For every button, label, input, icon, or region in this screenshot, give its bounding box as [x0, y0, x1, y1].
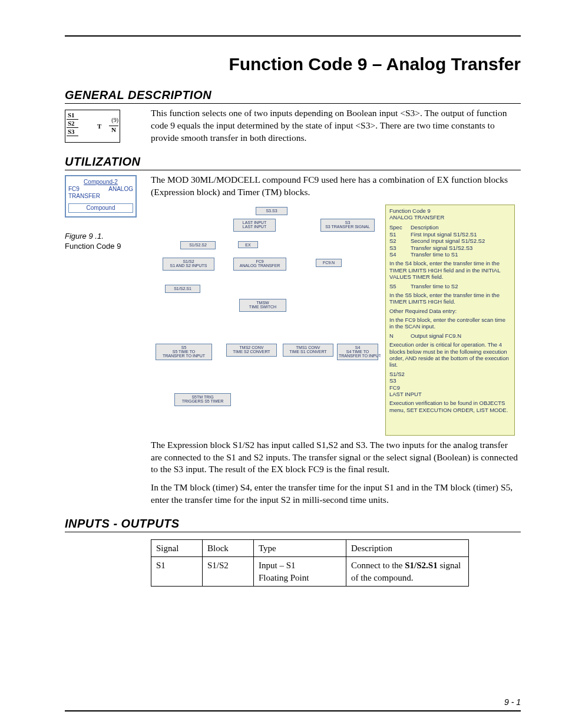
legend-other1: Other Required Data entry:	[389, 308, 511, 314]
th-type: Type	[254, 540, 346, 557]
ex-label-sm1: EX	[238, 241, 258, 248]
legend-s2-v: Second Input signal S1/S2.S2	[411, 238, 485, 244]
fc-block-graphic: S1 S2 S3 T (9) N	[65, 107, 141, 150]
section-general-heading: GENERAL DESCRIPTION	[65, 88, 521, 104]
legend-s5-k: S5	[389, 283, 406, 289]
legend-list-1: S3	[389, 377, 511, 384]
block-s3s3: S3.S3	[256, 207, 287, 215]
td-type: Input – S1 Floating Point	[254, 557, 346, 587]
legend-s4-k: S4	[389, 251, 406, 258]
page-number: 9 - 1	[504, 697, 521, 707]
bottom-rule	[65, 710, 521, 711]
legend-s4-note: In the S4 block, enter the transfer time…	[389, 260, 511, 280]
block-s5-time: S5 S5 TIME TO TRANSFER TO INPUT	[156, 344, 212, 360]
legend-list-3: LAST INPUT	[389, 391, 511, 397]
section-utilization-heading: UTILIZATION	[65, 155, 521, 170]
block-tmsw: TMSW TIME SWITCH	[239, 299, 286, 312]
legend-list-0: S1/S2	[389, 371, 511, 377]
util-analog: ANALOG	[108, 186, 133, 193]
th-block: Block	[203, 540, 254, 557]
legend-s5-v: Transfer time to S2	[411, 283, 458, 289]
figure-caption: Figure 9 .1.	[65, 232, 141, 241]
td-signal: S1	[151, 557, 203, 587]
fc-s3-label: S3	[67, 128, 78, 136]
after-diagram-p2: In the TM block (timer) S4, enter the tr…	[151, 482, 521, 506]
block-s5tm: S5TM TRIG TRIGGERS S5 TIMER	[174, 393, 231, 406]
legend-spec-v: Description	[411, 224, 439, 230]
table-header-row: Signal Block Type Description	[151, 540, 469, 557]
block-s4-time: S4 S4 TIME TO TRANSFER TO INPUT	[337, 344, 378, 360]
legend-s1-k: S1	[389, 231, 406, 238]
utilization-block-graphic: Compound-2 FC9 ANALOG TRANSFER Compound	[65, 175, 137, 218]
fc-nine-label: (9)	[111, 117, 118, 123]
legend-exec-note: Execution order is critical for operatio…	[389, 341, 511, 368]
block-fc9-analog: FC9 ANALOG TRANSFER	[233, 258, 286, 271]
legend-s3-v: Transfer signal S1/S2.S3	[411, 245, 472, 251]
top-rule	[65, 35, 521, 37]
legend-n-v: Output signal FC9.N	[411, 332, 461, 339]
legend-s2-k: S2	[389, 238, 406, 244]
legend-verif: Execution verification to be found in OB…	[389, 400, 511, 413]
block-tms1: TMS1 CONV TIME S1 CONVERT	[283, 344, 333, 357]
block-fc9n: FC9.N	[316, 259, 342, 267]
fc-s2-label: S2	[67, 120, 78, 128]
legend-n-k: N	[389, 332, 406, 339]
page-title: Function Code 9 – Analog Transfer	[65, 54, 521, 74]
legend-spec-k: Spec	[389, 224, 406, 230]
td-block: S1/S2	[203, 557, 254, 587]
table-row: S1 S1/S2 Input – S1 Floating Point Conne…	[151, 557, 469, 587]
legend-hdr2: ANALOG TRANSFER	[389, 214, 511, 220]
util-transfer: TRANSFER	[68, 193, 133, 200]
fc-t-label: T	[97, 123, 101, 130]
figure-subcaption: Function Code 9	[65, 242, 141, 251]
general-paragraph: This function selects one of two inputs …	[151, 107, 521, 144]
fc-n-label: N	[109, 126, 118, 133]
util-fc9: FC9	[68, 186, 80, 193]
io-table: Signal Block Type Description S1 S1/S2 I…	[151, 539, 469, 587]
after-diagram-p1: The Expression block S1/S2 has input cal…	[151, 439, 521, 476]
th-signal: Signal	[151, 540, 203, 557]
legend-s3-k: S3	[389, 245, 406, 251]
block-last-input: LAST INPUT LAST INPUT	[233, 219, 276, 232]
block-s3-transfer: S3 S3 TRANSFER SIGNAL	[320, 219, 375, 232]
block-tms2: TMS2 CONV TIME S2 CONVERT	[226, 344, 277, 357]
legend-s4-v: Transfer time to S1	[411, 251, 458, 258]
util-compound-btn: Compound	[68, 203, 133, 213]
block-s1s2-inputs: S1/S2 S1 AND S2 INPUTS	[163, 258, 214, 271]
legend-hdr1: Function Code 9	[389, 207, 511, 214]
utilization-paragraph: The MOD 30ML/MODCELL compound FC9 used h…	[151, 174, 521, 199]
diagram-area: S3.S3 LAST INPUT LAST INPUT S3 S3 TRANSF…	[151, 205, 381, 436]
util-compound2: Compound-2	[68, 179, 133, 186]
diagram-legend: Function Code 9 ANALOG TRANSFER SpecDesc…	[385, 205, 515, 436]
legend-s5-note: In the S5 block, enter the transfer time…	[389, 292, 511, 305]
fc-s1-label: S1	[67, 111, 78, 120]
section-io-heading: INPUTS - OUTPUTS	[65, 517, 521, 532]
th-desc: Description	[346, 540, 469, 557]
legend-s1-v: First Input signal S1/S2.S1	[411, 231, 477, 238]
block-s1s2s1: S1/S2.S1	[165, 285, 200, 293]
legend-other2: In the FC9 block, enter the controller s…	[389, 317, 511, 330]
legend-list-2: FC9	[389, 384, 511, 391]
td-desc: Connect to the S1/S2.S1 signal of the co…	[346, 557, 469, 587]
block-s1s2s2: S1/S2.S2	[180, 241, 216, 249]
